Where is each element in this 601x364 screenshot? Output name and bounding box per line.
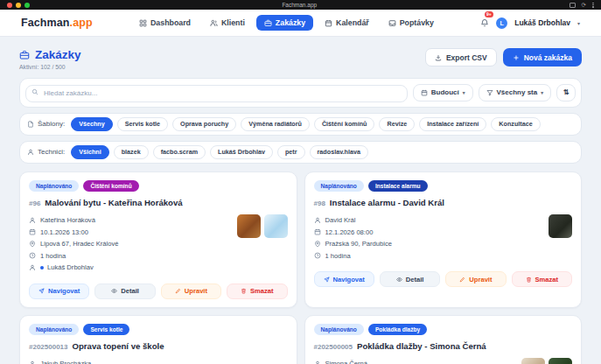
nav-item-dashboard[interactable]: Dashboard [131, 15, 199, 31]
order-duration: 1 hodina [40, 252, 66, 260]
more-menu-icon[interactable] [592, 3, 594, 8]
edit-button[interactable]: Upravit [445, 271, 506, 287]
avatar[interactable]: L [496, 18, 507, 29]
navbar-right: 9+ L Lukáš Drbohlav ▾ [480, 15, 580, 31]
technician-pill-facbo[interactable]: facbo.scram [153, 145, 206, 159]
order-address: Pražská 90, Pardubice [325, 240, 392, 248]
notifications-button[interactable]: 9+ [480, 15, 489, 31]
template-pill-vymena-radiatoru[interactable]: Výměna radiátorů [241, 117, 310, 131]
templates-filter-row: Šablony: Všechny Servis kotle Oprava por… [19, 113, 582, 136]
clock-icon [29, 252, 36, 259]
status-badge: Naplánováno [29, 324, 79, 335]
order-photo-thumbnail[interactable] [237, 214, 261, 238]
users-icon [210, 19, 218, 27]
sort-button[interactable]: ⇅ [556, 84, 576, 102]
technician-pill-petr[interactable]: petr [277, 145, 305, 159]
close-window-button[interactable] [7, 3, 12, 8]
order-card: Naplánováno Instalace alarmu #98 Instala… [304, 172, 583, 308]
nav-item-kalendar[interactable]: Kalendář [317, 15, 377, 31]
input-source-icon[interactable] [570, 3, 576, 8]
calendar-icon [421, 89, 428, 96]
person-icon [314, 360, 321, 364]
template-pill-vsechny[interactable]: Všechny [71, 117, 113, 131]
order-duration: 1 hodina [325, 252, 351, 260]
search-input[interactable] [25, 85, 408, 102]
person-icon [29, 264, 36, 271]
order-photo-thumbnail[interactable] [264, 214, 288, 238]
date-filter-dropdown[interactable]: Budoucí ▾ [413, 84, 473, 102]
template-pill-servis-kotle[interactable]: Servis kotle [117, 117, 168, 131]
category-badge: Čištění komínů [83, 180, 138, 192]
app-window: Fachman.app ⟳ Fachman.app Dashboard Klie… [0, 0, 601, 364]
orders-grid: Naplánováno Čištění komínů #96 Malování … [19, 172, 582, 364]
minimize-window-button[interactable] [16, 3, 21, 8]
detail-button[interactable]: Detail [94, 284, 155, 299]
order-photo-thumbnail[interactable] [549, 214, 572, 238]
order-title: Malování bytu - Kateřina Horáková [45, 198, 182, 207]
nav-item-klienti[interactable]: Klienti [202, 15, 253, 31]
assigned-technician: Lukáš Drbohlav [40, 263, 94, 271]
map-pin-icon [314, 241, 321, 248]
window-controls[interactable] [7, 3, 30, 8]
main-navigation: Dashboard Klienti Zakázky Kalendář Poptá… [131, 15, 442, 31]
bell-icon [480, 18, 489, 27]
trash-icon [241, 288, 247, 294]
nav-item-zakazky[interactable]: Zakázky [256, 15, 313, 31]
delete-button[interactable]: Smazat [227, 284, 287, 299]
client-name: Kateřina Horáková [40, 216, 95, 224]
order-datetime: 12.1.2026 08:00 [325, 228, 374, 236]
template-pill-cisteni-kominu[interactable]: Čištění komínů [314, 117, 375, 131]
order-address: Lipová 67, Hradec Králové [40, 240, 119, 248]
navigation-icon [38, 288, 45, 294]
person-icon [29, 217, 36, 224]
template-pill-oprava-poruchy[interactable]: Oprava poruchy [172, 117, 236, 131]
order-title: Oprava topení ve škole [73, 341, 164, 351]
eye-icon [111, 288, 117, 294]
nav-item-poptavky[interactable]: Poptávky [381, 15, 442, 31]
user-name[interactable]: Lukáš Drbohlav [514, 18, 570, 27]
window-titlebar: Fachman.app ⟳ [0, 0, 601, 10]
notification-badge: 9+ [485, 11, 494, 18]
page-header: Zakázky Aktivní: 102 / 500 Export CSV No… [0, 37, 601, 78]
status-filter-dropdown[interactable]: Všechny sta ▾ [479, 84, 551, 102]
navigate-button[interactable]: Navigovat [29, 284, 89, 299]
export-csv-button[interactable]: Export CSV [425, 48, 497, 66]
plus-icon [513, 54, 520, 61]
refresh-icon[interactable]: ⟳ [582, 2, 586, 9]
trash-icon [526, 276, 532, 283]
technician-pill-blazek[interactable]: blazek [114, 145, 149, 159]
chevron-down-icon[interactable]: ▾ [577, 20, 580, 26]
new-order-button[interactable]: Nová zakázka [503, 48, 582, 66]
order-id: #96 [29, 200, 40, 207]
app-logo[interactable]: Fachman.app [21, 17, 93, 29]
technicians-label: Technici: [27, 148, 65, 156]
pencil-icon [175, 288, 181, 294]
template-pill-konzultace[interactable]: Konzultace [491, 117, 540, 131]
technician-pill-vsichni[interactable]: Všichni [71, 145, 109, 159]
template-pill-instalace-zarizeni[interactable]: Instalace zařízení [419, 117, 486, 131]
window-title: Fachman.app [30, 2, 570, 8]
order-title: Pokládka dlažby - Simona Černá [357, 341, 486, 351]
person-icon [27, 149, 34, 156]
map-pin-icon [29, 241, 36, 248]
pencil-icon [459, 276, 465, 283]
top-navbar: Fachman.app Dashboard Klienti Zakázky Ka… [0, 10, 601, 37]
navigate-button[interactable]: Navigovat [314, 271, 374, 287]
order-id: #98 [314, 200, 325, 207]
briefcase-icon [264, 19, 272, 27]
technician-pill-radoslav[interactable]: radoslav.hlava [310, 145, 368, 159]
order-id: #202500013 [29, 343, 68, 351]
delete-button[interactable]: Smazat [512, 271, 572, 287]
order-photo-thumbnail[interactable] [549, 358, 572, 364]
edit-button[interactable]: Upravit [161, 284, 221, 299]
technician-pill-lukas[interactable]: Lukáš Drbohlav [210, 145, 273, 159]
clock-icon [314, 252, 321, 259]
category-badge: Servis kotle [83, 324, 129, 335]
template-pill-revize[interactable]: Revize [379, 117, 415, 131]
templates-label: Šablony: [27, 120, 65, 128]
navigation-icon [324, 276, 330, 283]
detail-button[interactable]: Detail [380, 271, 440, 287]
order-photo-thumbnail[interactable] [521, 358, 545, 364]
status-badge: Naplánováno [29, 180, 79, 192]
status-badge: Naplánováno [314, 180, 364, 192]
